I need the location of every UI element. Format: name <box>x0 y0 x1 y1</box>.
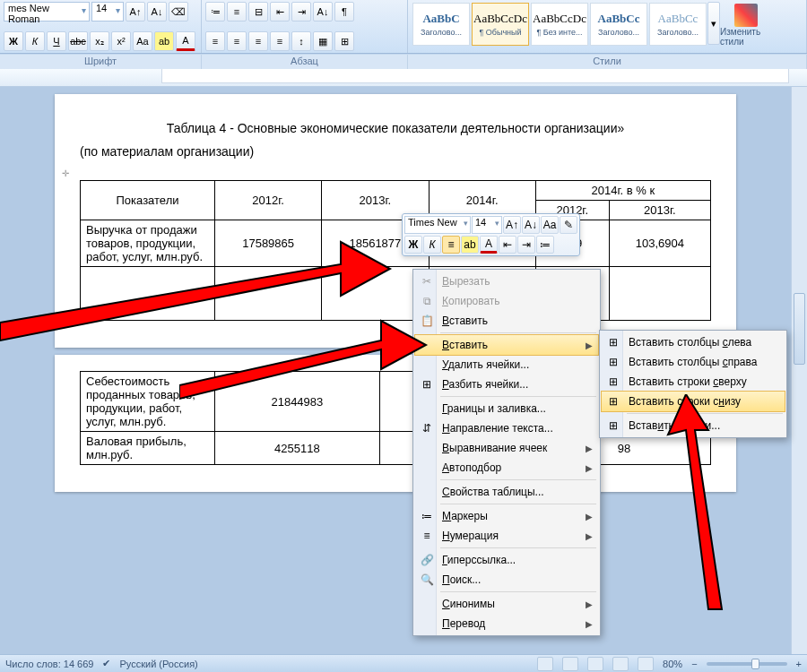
context-menu-item-19[interactable]: 🔍Поиск... <box>415 570 598 590</box>
italic-button[interactable]: К <box>25 31 45 51</box>
menu-item-label: Вставить ячейки... <box>629 419 720 432</box>
view-print-layout[interactable] <box>537 657 553 671</box>
menu-item-icon <box>420 597 434 611</box>
align-right-button[interactable]: ≡ <box>248 31 268 51</box>
superscript-button[interactable]: x² <box>111 31 131 51</box>
table-row[interactable] <box>81 267 711 321</box>
mini-toolbar[interactable]: Times New 14 A↑ A↓ Aa ✎ Ж К ≡ ab A ⇤ ⇥ ≔ <box>402 213 580 256</box>
mini-align-center[interactable]: ≡ <box>442 236 460 254</box>
submenu-arrow-icon: ▶ <box>586 531 593 541</box>
bold-button[interactable]: Ж <box>4 31 23 51</box>
table-row[interactable]: Показатели 2012г. 2013г. 2014г. 2014г. в… <box>81 181 711 201</box>
zoom-level[interactable]: 80% <box>663 659 682 669</box>
align-left-button[interactable]: ≡ <box>205 31 225 51</box>
style-gallery-more[interactable]: ▾ <box>707 2 720 45</box>
style-heading3[interactable]: AaBbCcЗаголово... <box>649 3 707 46</box>
shading-button[interactable]: ▦ <box>313 31 333 51</box>
context-menu-item-15[interactable]: ≔Маркеры▶ <box>415 506 598 526</box>
subscript-button[interactable]: x₂ <box>90 31 109 51</box>
change-case-button[interactable]: Aa <box>133 31 152 51</box>
sort-button[interactable]: A↓ <box>313 2 333 22</box>
style-heading1[interactable]: AaBbCЗаголово... <box>412 3 470 46</box>
underline-button[interactable]: Ч <box>47 31 66 51</box>
mini-bold[interactable]: Ж <box>404 236 422 254</box>
change-styles-button[interactable]: Изменить стили <box>720 2 772 48</box>
clear-format-button[interactable]: ⌫ <box>169 2 188 22</box>
mini-outdent[interactable]: ⇤ <box>499 236 516 254</box>
style-gallery[interactable]: AaBbCЗаголово... AaBbCcDc¶ Обычный AaBbC… <box>412 2 803 48</box>
context-menu-item-22[interactable]: Перевод▶ <box>415 614 598 633</box>
submenu-item-3[interactable]: ⊞Вставить строки снизу <box>602 392 785 411</box>
submenu-item-0[interactable]: ⊞Вставить столбцы слева <box>602 332 785 352</box>
vertical-scrollbar[interactable] <box>791 87 807 654</box>
context-menu-item-2[interactable]: 📋Вставить <box>415 311 598 331</box>
mini-indent[interactable]: ⇥ <box>517 236 535 254</box>
show-marks-button[interactable]: ¶ <box>334 2 354 22</box>
multilevel-button[interactable]: ⊟ <box>248 2 268 22</box>
submenu-arrow-icon: ▶ <box>586 599 593 609</box>
mini-bullets[interactable]: ≔ <box>536 236 554 254</box>
mini-size-select[interactable]: 14 <box>472 216 502 234</box>
justify-button[interactable]: ≡ <box>270 31 290 51</box>
shrink-font-button[interactable]: A↓ <box>147 2 167 22</box>
context-menu-item-21[interactable]: Синонимы▶ <box>415 594 598 614</box>
zoom-in-button[interactable]: + <box>796 659 802 669</box>
mini-font-color[interactable]: A <box>480 236 498 254</box>
mini-grow-font[interactable]: A↑ <box>503 216 521 234</box>
table-row[interactable]: Выручка от продажи товаров, продукции, р… <box>81 220 711 267</box>
menu-item-icon <box>420 441 434 455</box>
language-indicator[interactable]: Русский (Россия) <box>119 659 197 669</box>
mini-italic[interactable]: К <box>423 236 441 254</box>
numbering-button[interactable]: ≡ <box>227 2 247 22</box>
view-fullscreen[interactable] <box>562 657 578 671</box>
context-submenu-insert[interactable]: ⊞Вставить столбцы слева⊞Вставить столбцы… <box>599 330 787 438</box>
font-family-select[interactable]: mes New Roman <box>4 2 90 22</box>
context-menu-item-18[interactable]: 🔗Гиперссылка... <box>415 550 598 570</box>
font-size-select[interactable]: 14 <box>91 2 124 22</box>
ruler[interactable] <box>0 69 807 87</box>
scrollbar-thumb[interactable] <box>794 293 805 365</box>
bullets-button[interactable]: ≔ <box>205 2 225 22</box>
zoom-out-button[interactable]: − <box>691 659 697 669</box>
context-menu-item-6[interactable]: ⊞Разбить ячейки... <box>415 375 598 394</box>
mini-format-painter[interactable]: ✎ <box>560 216 577 234</box>
context-menu-item-5[interactable]: Удалить ячейки... <box>415 355 598 375</box>
view-outline[interactable] <box>612 657 629 671</box>
spellcheck-icon[interactable]: ✔ <box>102 658 110 669</box>
borders-button[interactable]: ⊞ <box>334 31 354 51</box>
context-menu-item-8[interactable]: Границы и заливка... <box>415 399 598 418</box>
context-menu-item-10[interactable]: Выравнивание ячеек▶ <box>415 438 598 458</box>
context-menu-item-9[interactable]: ⇵Направление текста... <box>415 418 598 438</box>
change-styles-icon <box>734 4 758 27</box>
zoom-slider[interactable] <box>707 662 787 666</box>
submenu-item-1[interactable]: ⊞Вставить столбцы справа <box>602 352 785 372</box>
context-menu-item-0: ✂Вырезать <box>415 271 598 291</box>
strike-button[interactable]: abc <box>68 31 88 51</box>
outdent-button[interactable]: ⇤ <box>270 2 290 22</box>
context-menu[interactable]: ✂Вырезать⧉Копировать📋ВставитьВставить▶Уд… <box>412 269 601 636</box>
context-menu-item-16[interactable]: ≡Нумерация▶ <box>415 526 598 546</box>
context-menu-item-13[interactable]: Свойства таблицы... <box>415 482 598 502</box>
mini-font-select[interactable]: Times New <box>404 216 471 234</box>
context-menu-item-11[interactable]: Автоподбор▶ <box>415 458 598 478</box>
submenu-item-2[interactable]: ⊞Вставить строки сверху <box>602 372 785 392</box>
align-center-button[interactable]: ≡ <box>227 31 247 51</box>
submenu-item-5[interactable]: ⊞Вставить ячейки... <box>602 416 785 435</box>
indent-button[interactable]: ⇥ <box>291 2 311 22</box>
table-1[interactable]: Показатели 2012г. 2013г. 2014г. 2014г. в… <box>80 180 711 321</box>
mini-highlight[interactable]: ab <box>461 236 479 254</box>
grow-font-button[interactable]: A↑ <box>126 2 145 22</box>
menu-item-label: Вставить строки сверху <box>629 375 747 388</box>
view-draft[interactable] <box>638 657 654 671</box>
style-heading2[interactable]: AaBbCcЗаголово... <box>590 3 647 46</box>
mini-change-case[interactable]: Aa <box>541 216 559 234</box>
view-web[interactable] <box>587 657 603 671</box>
style-nospacing[interactable]: AaBbCcDc¶ Без инте... <box>531 3 588 46</box>
style-normal[interactable]: AaBbCcDc¶ Обычный <box>472 3 529 46</box>
line-spacing-button[interactable]: ↕ <box>291 31 311 51</box>
mini-shrink-font[interactable]: A↓ <box>522 216 540 234</box>
context-menu-item-4[interactable]: Вставить▶ <box>415 335 598 355</box>
highlight-button[interactable]: ab <box>154 31 174 51</box>
word-count[interactable]: Число слов: 14 669 <box>5 659 93 669</box>
font-color-button[interactable]: A <box>176 31 195 51</box>
